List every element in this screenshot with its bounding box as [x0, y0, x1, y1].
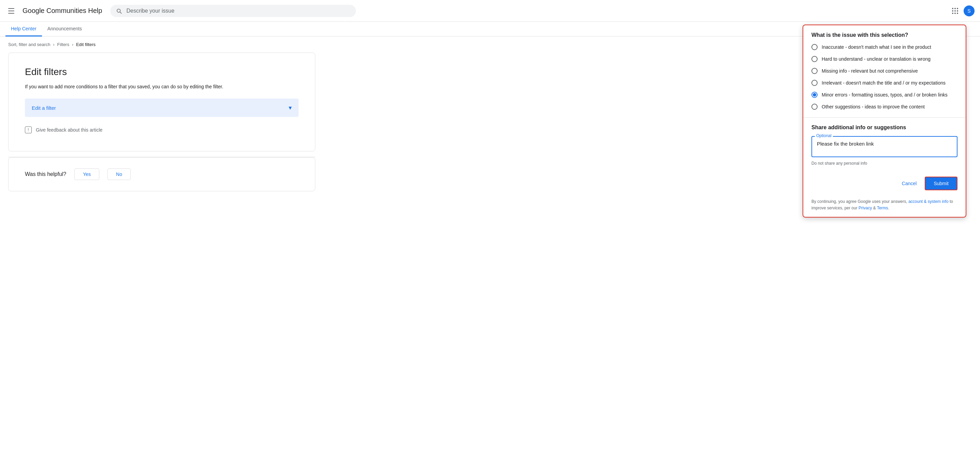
radio-label-missing: Missing info - relevant but not comprehe…	[822, 68, 918, 74]
tab-help-center[interactable]: Help Center	[5, 22, 42, 36]
expand-section[interactable]: Edit a filter ▾	[25, 98, 299, 117]
radio-circle-other	[811, 104, 818, 110]
content-area: Edit filters If you want to add more con…	[8, 52, 315, 191]
header: Google Communities Help S	[0, 0, 980, 22]
article-desc: If you want to add more conditions to a …	[25, 83, 299, 90]
breadcrumb-chevron-2: ›	[72, 42, 73, 47]
app-title: Google Communities Help	[22, 7, 102, 15]
radio-circle-missing	[811, 68, 818, 74]
additional-info-input[interactable]: Please fix the broken link	[811, 136, 958, 157]
expand-label: Edit a filter	[32, 105, 56, 111]
radio-missing-info[interactable]: Missing info - relevant but not comprehe…	[811, 68, 958, 74]
menu-icon[interactable]	[5, 5, 17, 16]
breadcrumb-sort-filter[interactable]: Sort, filter and search	[8, 42, 51, 47]
input-container: Optional Please fix the broken link	[811, 136, 958, 158]
radio-hard-to-understand[interactable]: Hard to understand - unclear or translat…	[811, 55, 958, 63]
feedback-popup: What is the issue with this selection? I…	[803, 25, 966, 191]
search-icon	[116, 8, 122, 14]
radio-label-irrelevant: Irrelevant - doesn't match the title and…	[822, 79, 945, 87]
radio-inaccurate[interactable]: Inaccurate - doesn't match what I see in…	[811, 44, 958, 51]
popup-actions: Cancel Submit	[803, 173, 966, 191]
breadcrumb-filters[interactable]: Filters	[57, 42, 69, 47]
radio-circle-hard	[811, 56, 818, 62]
cancel-button[interactable]: Cancel	[898, 178, 921, 189]
radio-minor-errors[interactable]: Minor errors - formatting issues, typos,…	[811, 91, 958, 98]
article-title: Edit filters	[25, 67, 299, 78]
helpful-label: Was this helpful?	[25, 171, 66, 177]
chevron-down-icon: ▾	[289, 104, 292, 111]
no-button[interactable]: No	[108, 168, 131, 180]
search-input[interactable]	[127, 8, 351, 14]
radio-label-other: Other suggestions - ideas to improve the…	[822, 103, 925, 111]
feedback-text[interactable]: Give feedback about this article	[36, 127, 102, 133]
additional-section-title: Share additional info or suggestions	[811, 124, 958, 131]
article-card: Edit filters If you want to add more con…	[8, 52, 315, 151]
search-bar	[110, 5, 356, 17]
helpful-card: Was this helpful? Yes No	[8, 157, 315, 191]
popup-issue-section: What is the issue with this selection? I…	[803, 25, 966, 117]
feedback-icon: !	[25, 127, 32, 133]
popup-additional-section: Share additional info or suggestions Opt…	[803, 117, 966, 173]
radio-circle-inaccurate	[811, 44, 818, 50]
input-label-float: Optional	[815, 133, 833, 138]
tab-announcements[interactable]: Announcements	[42, 22, 88, 36]
issue-section-title: What is the issue with this selection?	[811, 32, 958, 38]
header-left: Google Communities Help	[5, 5, 102, 16]
breadcrumb-current: Edit filters	[76, 42, 95, 47]
radio-circle-irrelevant	[811, 80, 818, 86]
breadcrumb-chevron-1: ›	[53, 42, 55, 47]
radio-other[interactable]: Other suggestions - ideas to improve the…	[811, 103, 958, 111]
radio-label-inaccurate: Inaccurate - doesn't match what I see in…	[822, 44, 931, 51]
yes-button[interactable]: Yes	[75, 168, 99, 180]
radio-label-hard: Hard to understand - unclear or translat…	[822, 55, 931, 63]
header-right: S	[949, 5, 975, 17]
submit-button[interactable]: Submit	[925, 177, 958, 190]
feedback-row: ! Give feedback about this article	[25, 122, 299, 138]
avatar[interactable]: S	[964, 5, 975, 16]
radio-label-minor: Minor errors - formatting issues, typos,…	[822, 91, 948, 98]
apps-icon[interactable]	[949, 5, 961, 17]
radio-irrelevant[interactable]: Irrelevant - doesn't match the title and…	[811, 79, 958, 87]
input-hint: Do not share any personal info	[811, 161, 958, 166]
radio-circle-minor	[811, 92, 818, 98]
